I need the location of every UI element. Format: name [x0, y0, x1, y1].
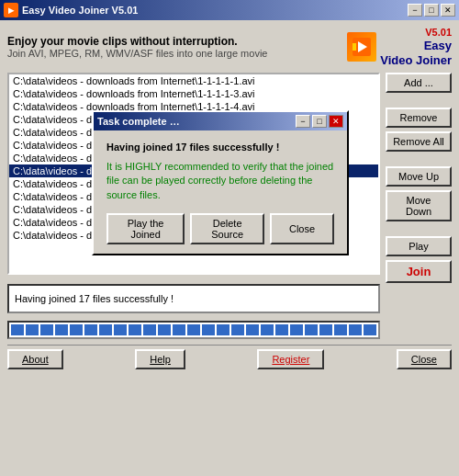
- modal-message: Having joined 17 files successfully !: [106, 142, 334, 153]
- delete-source-button[interactable]: Delete Source: [190, 213, 264, 244]
- modal-overlay: Task complete … − □ ✕ Having joined 17 f…: [0, 0, 459, 476]
- modal-window-controls: − □ ✕: [296, 115, 343, 128]
- modal-minimize-button[interactable]: −: [296, 115, 310, 128]
- modal-body: Having joined 17 files successfully ! It…: [94, 130, 347, 254]
- modal-warning: It is HIGHLY recommended to verify that …: [106, 160, 334, 202]
- modal-title-bar: Task complete … − □ ✕: [94, 112, 347, 130]
- modal-title: Task complete …: [97, 116, 180, 127]
- play-joined-button[interactable]: Play the Joined: [106, 213, 185, 244]
- modal-buttons: Play the Joined Delete Source Close: [106, 213, 334, 244]
- modal-close-title-button[interactable]: ✕: [329, 115, 343, 128]
- modal-close-button[interactable]: Close: [270, 213, 334, 244]
- modal-maximize-button[interactable]: □: [312, 115, 327, 128]
- modal-window: Task complete … − □ ✕ Having joined 17 f…: [92, 110, 349, 255]
